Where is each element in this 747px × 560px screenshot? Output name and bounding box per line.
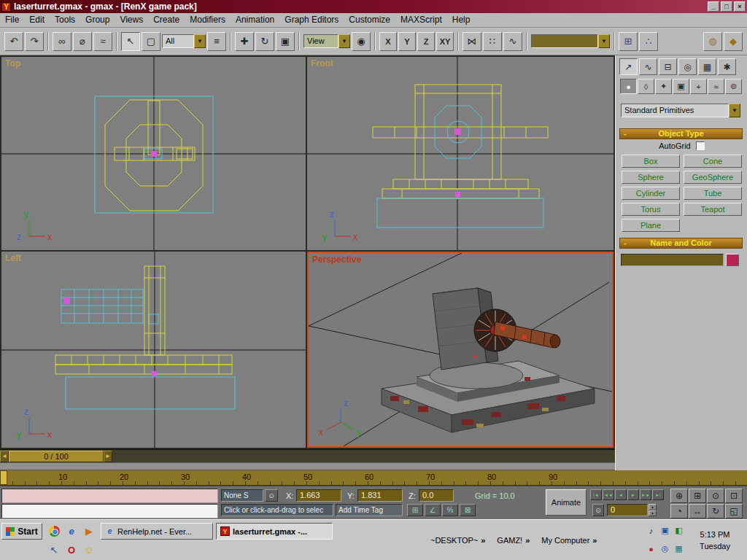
category-spacewarps-icon[interactable]: ≈: [708, 79, 724, 94]
next-frame-icon[interactable]: ►►: [640, 489, 651, 500]
dropdown-arrow-icon[interactable]: ▼: [729, 104, 740, 117]
tab-display-icon[interactable]: ▦: [698, 58, 716, 75]
object-name-field[interactable]: [621, 254, 724, 266]
spinner-snap-icon[interactable]: ⊠: [460, 504, 476, 516]
previous-key-icon[interactable]: ◄◄: [603, 489, 614, 500]
min-max-toggle-icon[interactable]: ◱: [725, 504, 743, 518]
title-bar[interactable]: Y laserturret.gmax - gmax - [RenX game p…: [0, 0, 747, 13]
menu-tools[interactable]: Tools: [50, 13, 80, 27]
y-coordinate-field[interactable]: 1.831: [357, 489, 403, 502]
task-button-renhelp[interactable]: e RenHelp.net - Ever...: [101, 523, 213, 540]
play-icon[interactable]: ►: [627, 489, 639, 500]
redo-icon[interactable]: ↷: [25, 32, 44, 51]
toolbar-gamz[interactable]: GAMZ! »: [497, 536, 530, 545]
quick-launch-media-player-icon[interactable]: ▶: [82, 524, 96, 538]
current-frame-marker[interactable]: [0, 470, 7, 485]
menu-modifiers[interactable]: Modifiers: [185, 13, 231, 27]
selection-region-icon[interactable]: ▢: [142, 32, 160, 51]
task-button-laserturret[interactable]: Y laserturret.gmax -...: [216, 523, 333, 540]
menu-maxscript[interactable]: MAXScript: [395, 13, 447, 27]
viewport-top[interactable]: Top: [1, 57, 306, 250]
go-to-start-icon[interactable]: |◄: [590, 489, 602, 500]
spinner-down-icon[interactable]: ▼: [649, 510, 657, 517]
quick-launch-opera-icon[interactable]: O: [64, 542, 79, 557]
overflow-chevron-icon[interactable]: »: [592, 536, 597, 545]
maxscript-mini-listener-output[interactable]: [1, 504, 218, 518]
frame-spinner[interactable]: ▲ ▼: [649, 504, 657, 516]
category-cameras-icon[interactable]: ▣: [673, 79, 689, 94]
display-settings-icon[interactable]: ▣: [659, 524, 671, 537]
zoom-icon[interactable]: ⊕: [670, 489, 688, 503]
firewall-tray-icon[interactable]: ▦: [673, 542, 685, 555]
select-and-link-icon[interactable]: ∞: [53, 32, 71, 51]
track-next-arrow-icon[interactable]: ►: [104, 451, 112, 462]
angle-snap-icon[interactable]: ∠: [425, 504, 441, 516]
select-by-name-icon[interactable]: ≡: [207, 32, 226, 51]
toolbar-desktop[interactable]: ~DESKTOP~ »: [430, 536, 485, 545]
tab-utilities-icon[interactable]: ✱: [718, 58, 736, 75]
name-color-rollout-header[interactable]: - Name and Color: [619, 238, 743, 249]
time-slider[interactable]: 0 / 100: [9, 451, 104, 462]
object-type-tube-button[interactable]: Tube: [684, 187, 742, 200]
network-icon[interactable]: ◧: [673, 524, 685, 537]
key-mode-icon[interactable]: ⊙: [592, 504, 604, 516]
undo-icon[interactable]: ↶: [4, 32, 23, 51]
menu-animation[interactable]: Animation: [231, 13, 279, 27]
selection-lock-icon[interactable]: ⊙: [265, 489, 278, 502]
menu-graph-editors[interactable]: Graph Editors: [279, 13, 344, 27]
viewport-front[interactable]: Front: [307, 57, 614, 250]
material-editor-icon[interactable]: ◍: [703, 32, 722, 51]
primitive-category-dropdown[interactable]: Standard Primitives ▼: [621, 104, 740, 117]
object-color-swatch[interactable]: [726, 254, 739, 266]
pan-icon[interactable]: ↔: [689, 504, 706, 518]
named-selection-dropdown[interactable]: ▼: [531, 34, 610, 48]
object-type-cone-button[interactable]: Cone: [684, 155, 742, 168]
mirror-icon[interactable]: ⋈: [462, 32, 481, 51]
maxscript-mini-listener-input[interactable]: [1, 489, 218, 503]
selection-filter-dropdown[interactable]: All ▼: [162, 34, 206, 48]
z-coordinate-field[interactable]: 0.0: [419, 489, 454, 502]
animate-button[interactable]: Animate: [546, 489, 587, 516]
tab-hierarchy-icon[interactable]: ⊟: [659, 58, 677, 75]
collapse-icon[interactable]: -: [624, 129, 627, 139]
category-systems-icon[interactable]: ⊚: [725, 79, 742, 94]
zoom-extents-icon[interactable]: ⊙: [707, 489, 724, 503]
dropdown-arrow-icon[interactable]: ▼: [598, 34, 610, 48]
object-type-torus-button[interactable]: Torus: [622, 203, 680, 216]
tab-modify-icon[interactable]: ∿: [639, 58, 657, 75]
object-type-cylinder-button[interactable]: Cylinder: [622, 187, 680, 200]
dropdown-arrow-icon[interactable]: ▼: [338, 34, 350, 48]
align-icon[interactable]: ∷: [483, 32, 502, 51]
previous-frame-icon[interactable]: ◄: [615, 489, 627, 500]
menu-customize[interactable]: Customize: [344, 13, 395, 27]
overflow-chevron-icon[interactable]: »: [481, 536, 485, 545]
category-helpers-icon[interactable]: +: [690, 79, 707, 94]
time-ruler[interactable]: 10 20 30 40 50 60 70 80 90: [0, 470, 747, 486]
category-shapes-icon[interactable]: ◊: [638, 79, 654, 94]
select-and-scale-icon[interactable]: ▣: [276, 32, 295, 51]
category-lights-icon[interactable]: ✦: [655, 79, 672, 94]
close-button[interactable]: ×: [734, 1, 746, 12]
quick-launch-messenger-icon[interactable]: ☺: [82, 542, 96, 557]
quick-launch-chrome-icon[interactable]: [47, 524, 61, 538]
select-object-icon[interactable]: ↖: [121, 32, 140, 51]
add-time-tag-button[interactable]: Add Time Tag: [336, 504, 403, 516]
select-and-rotate-icon[interactable]: ↻: [255, 32, 274, 51]
viewport-perspective[interactable]: Perspective: [307, 252, 614, 448]
collapse-icon[interactable]: -: [624, 238, 627, 248]
snap-toggle-icon[interactable]: ⊞: [407, 504, 423, 516]
unlink-selection-icon[interactable]: ⌀: [73, 32, 92, 51]
restrict-xy-button[interactable]: XY: [436, 32, 454, 51]
object-type-rollout-header[interactable]: - Object Type: [619, 128, 743, 139]
render-icon[interactable]: ◆: [724, 32, 743, 51]
spinner-up-icon[interactable]: ▲: [649, 504, 657, 510]
zoom-extents-all-icon[interactable]: ⊡: [725, 489, 743, 503]
alert-tray-icon[interactable]: ●: [645, 542, 657, 555]
menu-views[interactable]: Views: [115, 13, 148, 27]
volume-icon[interactable]: ♪: [645, 524, 657, 537]
field-of-view-icon[interactable]: ◔: [670, 504, 688, 518]
go-to-end-icon[interactable]: ►|: [652, 489, 664, 500]
grid-points-icon[interactable]: ∴: [639, 32, 658, 51]
snap-toggle-icon[interactable]: ⊞: [619, 32, 638, 51]
zoom-all-icon[interactable]: ⊞: [689, 489, 706, 503]
